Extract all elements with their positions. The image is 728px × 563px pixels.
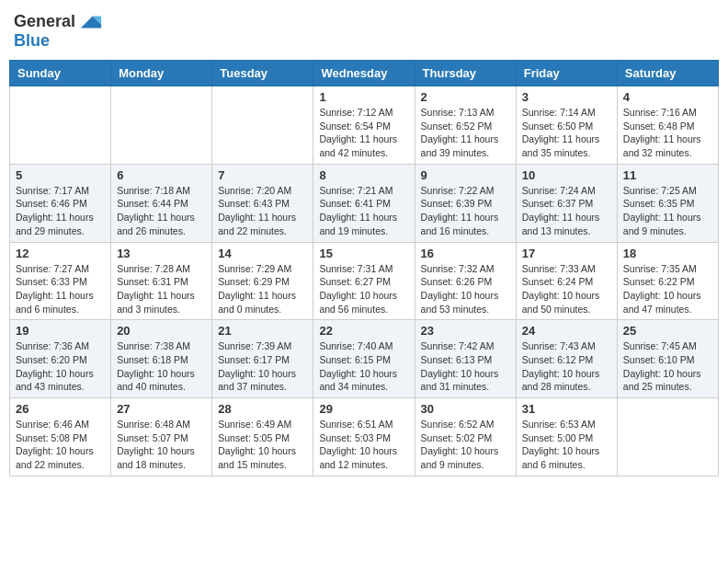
calendar-cell xyxy=(10,86,111,165)
day-number: 18 xyxy=(623,247,712,260)
day-info: Sunrise: 7:32 AMSunset: 6:26 PMDaylight:… xyxy=(421,262,510,316)
calendar-cell: 3Sunrise: 7:14 AMSunset: 6:50 PMDaylight… xyxy=(516,86,617,165)
day-number: 25 xyxy=(623,324,712,338)
calendar-cell: 10Sunrise: 7:24 AMSunset: 6:37 PMDayligh… xyxy=(516,164,617,242)
calendar-cell: 23Sunrise: 7:42 AMSunset: 6:13 PMDayligh… xyxy=(415,320,516,398)
logo-text: General xyxy=(14,13,75,31)
day-number: 23 xyxy=(421,324,510,338)
day-number: 28 xyxy=(218,402,307,416)
day-number: 14 xyxy=(218,247,307,260)
week-row-4: 19Sunrise: 7:36 AMSunset: 6:20 PMDayligh… xyxy=(10,320,719,398)
calendar-cell: 16Sunrise: 7:32 AMSunset: 6:26 PMDayligh… xyxy=(415,242,516,320)
day-number: 19 xyxy=(16,324,105,338)
day-info: Sunrise: 7:27 AMSunset: 6:33 PMDaylight:… xyxy=(16,262,105,316)
day-info: Sunrise: 6:51 AMSunset: 5:03 PMDaylight:… xyxy=(319,418,408,472)
day-info: Sunrise: 7:24 AMSunset: 6:37 PMDaylight:… xyxy=(522,184,611,238)
day-number: 15 xyxy=(319,247,408,260)
day-info: Sunrise: 7:16 AMSunset: 6:48 PMDaylight:… xyxy=(623,106,712,160)
day-number: 1 xyxy=(319,90,408,104)
day-info: Sunrise: 7:35 AMSunset: 6:22 PMDaylight:… xyxy=(623,262,712,316)
calendar-cell: 17Sunrise: 7:33 AMSunset: 6:24 PMDayligh… xyxy=(516,242,617,320)
day-info: Sunrise: 7:38 AMSunset: 6:18 PMDaylight:… xyxy=(117,339,206,394)
day-number: 26 xyxy=(16,402,105,416)
page-header: General Blue xyxy=(9,9,719,51)
calendar-cell: 1Sunrise: 7:12 AMSunset: 6:54 PMDaylight… xyxy=(313,86,415,165)
day-number: 21 xyxy=(218,324,307,338)
logo: General Blue xyxy=(14,9,103,51)
day-number: 22 xyxy=(319,324,408,338)
week-row-2: 5Sunrise: 7:17 AMSunset: 6:46 PMDaylight… xyxy=(10,164,719,242)
week-row-3: 12Sunrise: 7:27 AMSunset: 6:33 PMDayligh… xyxy=(10,242,719,320)
day-info: Sunrise: 7:12 AMSunset: 6:54 PMDaylight:… xyxy=(319,106,408,160)
weekday-header-sunday: Sunday xyxy=(10,61,111,86)
calendar-cell: 14Sunrise: 7:29 AMSunset: 6:29 PMDayligh… xyxy=(212,242,313,320)
week-row-1: 1Sunrise: 7:12 AMSunset: 6:54 PMDaylight… xyxy=(10,86,719,165)
weekday-header-wednesday: Wednesday xyxy=(313,61,415,86)
calendar-cell: 26Sunrise: 6:46 AMSunset: 5:08 PMDayligh… xyxy=(10,398,111,477)
day-info: Sunrise: 7:40 AMSunset: 6:15 PMDaylight:… xyxy=(319,339,408,394)
day-info: Sunrise: 7:14 AMSunset: 6:50 PMDaylight:… xyxy=(522,106,611,160)
day-number: 4 xyxy=(623,90,712,104)
day-number: 5 xyxy=(16,168,105,182)
calendar-cell: 25Sunrise: 7:45 AMSunset: 6:10 PMDayligh… xyxy=(617,320,718,398)
day-number: 2 xyxy=(421,90,510,104)
day-info: Sunrise: 7:25 AMSunset: 6:35 PMDaylight:… xyxy=(623,184,712,238)
day-number: 27 xyxy=(117,402,206,416)
calendar-cell: 5Sunrise: 7:17 AMSunset: 6:46 PMDaylight… xyxy=(10,164,111,242)
calendar: SundayMondayTuesdayWednesdayThursdayFrid… xyxy=(9,60,719,477)
calendar-cell: 29Sunrise: 6:51 AMSunset: 5:03 PMDayligh… xyxy=(313,398,415,477)
day-info: Sunrise: 6:49 AMSunset: 5:05 PMDaylight:… xyxy=(218,418,307,472)
calendar-cell: 28Sunrise: 6:49 AMSunset: 5:05 PMDayligh… xyxy=(212,398,313,477)
day-info: Sunrise: 6:52 AMSunset: 5:02 PMDaylight:… xyxy=(421,418,510,472)
day-number: 16 xyxy=(421,247,510,260)
day-info: Sunrise: 7:39 AMSunset: 6:17 PMDaylight:… xyxy=(218,339,307,394)
weekday-header-monday: Monday xyxy=(111,61,212,86)
day-info: Sunrise: 7:31 AMSunset: 6:27 PMDaylight:… xyxy=(319,262,408,316)
calendar-cell: 31Sunrise: 6:53 AMSunset: 5:00 PMDayligh… xyxy=(516,398,617,477)
calendar-cell xyxy=(111,86,212,165)
calendar-cell: 9Sunrise: 7:22 AMSunset: 6:39 PMDaylight… xyxy=(415,164,516,242)
week-row-5: 26Sunrise: 6:46 AMSunset: 5:08 PMDayligh… xyxy=(10,398,719,477)
day-number: 17 xyxy=(522,247,611,260)
day-number: 31 xyxy=(522,402,611,416)
weekday-header-tuesday: Tuesday xyxy=(212,61,313,86)
day-number: 13 xyxy=(117,247,206,260)
day-number: 12 xyxy=(16,247,105,260)
day-number: 11 xyxy=(623,168,712,182)
day-number: 10 xyxy=(522,168,611,182)
calendar-cell: 4Sunrise: 7:16 AMSunset: 6:48 PMDaylight… xyxy=(617,86,718,165)
day-info: Sunrise: 7:29 AMSunset: 6:29 PMDaylight:… xyxy=(218,262,307,316)
calendar-cell: 12Sunrise: 7:27 AMSunset: 6:33 PMDayligh… xyxy=(10,242,111,320)
calendar-cell xyxy=(212,86,313,165)
logo-icon xyxy=(77,9,103,35)
calendar-cell: 27Sunrise: 6:48 AMSunset: 5:07 PMDayligh… xyxy=(111,398,212,477)
day-info: Sunrise: 7:17 AMSunset: 6:46 PMDaylight:… xyxy=(16,184,105,238)
day-info: Sunrise: 7:13 AMSunset: 6:52 PMDaylight:… xyxy=(421,106,510,160)
weekday-header-row: SundayMondayTuesdayWednesdayThursdayFrid… xyxy=(10,61,719,86)
day-info: Sunrise: 7:18 AMSunset: 6:44 PMDaylight:… xyxy=(117,184,206,238)
calendar-cell: 22Sunrise: 7:40 AMSunset: 6:15 PMDayligh… xyxy=(313,320,415,398)
day-number: 8 xyxy=(319,168,408,182)
day-number: 30 xyxy=(421,402,510,416)
calendar-cell: 2Sunrise: 7:13 AMSunset: 6:52 PMDaylight… xyxy=(415,86,516,165)
day-number: 9 xyxy=(421,168,510,182)
day-number: 24 xyxy=(522,324,611,338)
calendar-cell: 30Sunrise: 6:52 AMSunset: 5:02 PMDayligh… xyxy=(415,398,516,477)
calendar-cell: 8Sunrise: 7:21 AMSunset: 6:41 PMDaylight… xyxy=(313,164,415,242)
calendar-cell: 19Sunrise: 7:36 AMSunset: 6:20 PMDayligh… xyxy=(10,320,111,398)
day-info: Sunrise: 7:21 AMSunset: 6:41 PMDaylight:… xyxy=(319,184,408,238)
calendar-cell xyxy=(617,398,718,477)
day-number: 6 xyxy=(117,168,206,182)
day-info: Sunrise: 6:46 AMSunset: 5:08 PMDaylight:… xyxy=(16,418,105,472)
calendar-cell: 13Sunrise: 7:28 AMSunset: 6:31 PMDayligh… xyxy=(111,242,212,320)
calendar-cell: 7Sunrise: 7:20 AMSunset: 6:43 PMDaylight… xyxy=(212,164,313,242)
weekday-header-friday: Friday xyxy=(516,61,617,86)
calendar-cell: 6Sunrise: 7:18 AMSunset: 6:44 PMDaylight… xyxy=(111,164,212,242)
calendar-cell: 11Sunrise: 7:25 AMSunset: 6:35 PMDayligh… xyxy=(617,164,718,242)
calendar-cell: 21Sunrise: 7:39 AMSunset: 6:17 PMDayligh… xyxy=(212,320,313,398)
weekday-header-thursday: Thursday xyxy=(415,61,516,86)
day-info: Sunrise: 7:20 AMSunset: 6:43 PMDaylight:… xyxy=(218,184,307,238)
calendar-cell: 15Sunrise: 7:31 AMSunset: 6:27 PMDayligh… xyxy=(313,242,415,320)
day-info: Sunrise: 7:36 AMSunset: 6:20 PMDaylight:… xyxy=(16,339,105,394)
day-info: Sunrise: 7:45 AMSunset: 6:10 PMDaylight:… xyxy=(623,339,712,394)
